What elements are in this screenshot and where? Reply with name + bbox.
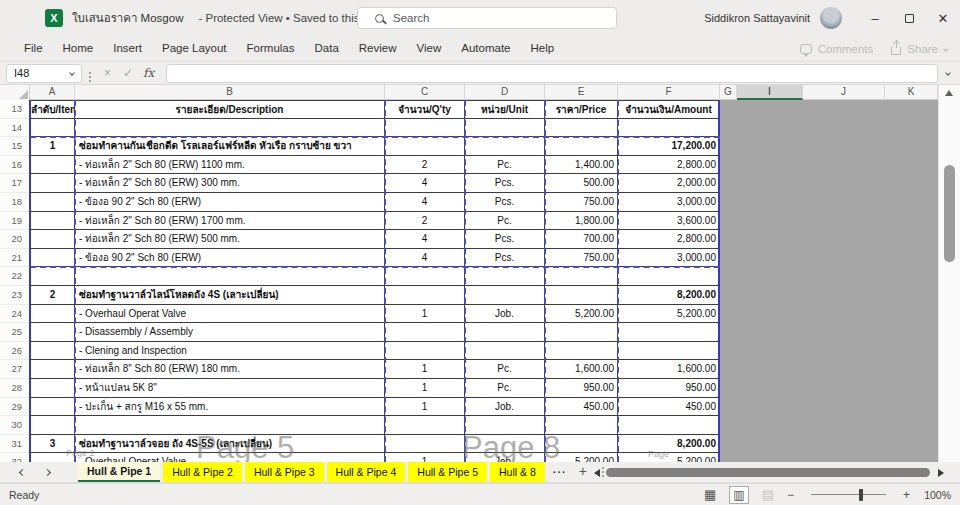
cell-E17[interactable]: 500.00	[545, 174, 618, 193]
cell-C24[interactable]: 1	[385, 305, 465, 324]
cell-E13[interactable]: ราคา/Price	[545, 100, 618, 119]
cell-F32[interactable]: 5,200.00	[618, 453, 720, 462]
cell-F16[interactable]: 2,800.00	[618, 156, 720, 175]
menu-page-layout[interactable]: Page Layout	[152, 36, 237, 61]
cell-C23[interactable]	[385, 286, 465, 305]
cell-A26[interactable]	[30, 342, 75, 361]
column-header-D[interactable]: D	[465, 85, 545, 100]
cell-E21[interactable]: 750.00	[545, 249, 618, 268]
row-header-32[interactable]: 32	[0, 453, 30, 462]
cell-F14[interactable]	[618, 119, 720, 138]
cell-C22[interactable]	[385, 267, 465, 286]
row-header-20[interactable]: 20	[0, 230, 30, 249]
cell-F19[interactable]: 3,600.00	[618, 212, 720, 231]
page-layout-icon[interactable]: ▤	[762, 488, 774, 502]
cell-E24[interactable]: 5,200.00	[545, 305, 618, 324]
zoom-slider-thumb[interactable]	[859, 489, 863, 501]
row-header-23[interactable]: 23	[0, 286, 30, 305]
cell-F30[interactable]	[618, 416, 720, 435]
zoom-in-button[interactable]: +	[903, 488, 910, 502]
cell-E25[interactable]	[545, 323, 618, 342]
row-header-16[interactable]: 16	[0, 156, 30, 175]
cell-F17[interactable]: 2,000.00	[618, 174, 720, 193]
cell-B29[interactable]: - ปะเก็น + สกรู M16 x 55 mm.	[75, 398, 385, 417]
row-header-22[interactable]: 22	[0, 267, 30, 286]
cell-F24[interactable]: 5,200.00	[618, 305, 720, 324]
prev-sheet-button[interactable]	[10, 462, 35, 482]
cell-D14[interactable]	[465, 119, 545, 138]
avatar[interactable]	[820, 7, 842, 29]
cell-A13[interactable]: ลำดับ/Item	[30, 100, 75, 119]
row-header-25[interactable]: 25	[0, 323, 30, 342]
cell-A15[interactable]: 1	[30, 137, 75, 156]
cell-C18[interactable]: 4	[385, 193, 465, 212]
column-header-C[interactable]: C	[385, 85, 465, 100]
row-header-28[interactable]: 28	[0, 379, 30, 398]
confirm-entry-icon[interactable]: ✓	[123, 66, 133, 80]
cell-F21[interactable]: 3,000.00	[618, 249, 720, 268]
sheet-tab-hull-pipe-3[interactable]: Hull & Pipe 3	[245, 462, 324, 482]
maximize-button[interactable]	[892, 0, 926, 36]
row-header-29[interactable]: 29	[0, 398, 30, 417]
formula-bar-expand-icon[interactable]	[945, 70, 951, 76]
search-box[interactable]: Search	[357, 7, 617, 29]
cell-D26[interactable]	[465, 342, 545, 361]
cell-C16[interactable]: 2	[385, 156, 465, 175]
cell-F27[interactable]: 1,600.00	[618, 360, 720, 379]
cell-E26[interactable]	[545, 342, 618, 361]
cell-A28[interactable]	[30, 379, 75, 398]
cell-E14[interactable]	[545, 119, 618, 138]
cell-F31[interactable]: 8,200.00	[618, 435, 720, 454]
cell-B23[interactable]: ซ่อมทำฐานวาล์วไลน์โหลดถัง 4S (เลาะเปลี่ย…	[75, 286, 385, 305]
cancel-entry-icon[interactable]: ×	[104, 66, 111, 80]
cell-D20[interactable]: Pcs.	[465, 230, 545, 249]
cell-E23[interactable]	[545, 286, 618, 305]
cell-B17[interactable]: - ท่อเหล็ก 2" Sch 80 (ERW) 300 mm.	[75, 174, 385, 193]
row-header-15[interactable]: 15	[0, 137, 30, 156]
cell-C30[interactable]	[385, 416, 465, 435]
cell-C15[interactable]	[385, 137, 465, 156]
menu-home[interactable]: Home	[53, 36, 104, 61]
cell-B21[interactable]: - ข้องอ 90 2" Sch 80 (ERW)	[75, 249, 385, 268]
row-header-17[interactable]: 17	[0, 174, 30, 193]
cell-E27[interactable]: 1,600.00	[545, 360, 618, 379]
sheet-overflow-indicator[interactable]: ···	[553, 462, 567, 482]
cell-A19[interactable]	[30, 212, 75, 231]
cell-A29[interactable]	[30, 398, 75, 417]
cell-A22[interactable]	[30, 267, 75, 286]
menu-insert[interactable]: Insert	[103, 36, 152, 61]
scroll-right-icon[interactable]	[938, 469, 944, 477]
cell-B28[interactable]: - หน้าแปลน 5K 8"	[75, 379, 385, 398]
cell-D25[interactable]	[465, 323, 545, 342]
normal-view-icon[interactable]: ▦	[704, 488, 716, 502]
cell-B25[interactable]: - Disassembly / Assembly	[75, 323, 385, 342]
cell-A14[interactable]	[30, 119, 75, 138]
cell-D18[interactable]: Pcs.	[465, 193, 545, 212]
cell-C19[interactable]: 2	[385, 212, 465, 231]
cell-B22[interactable]	[75, 267, 385, 286]
cell-E28[interactable]: 950.00	[545, 379, 618, 398]
cell-B18[interactable]: - ข้องอ 90 2" Sch 80 (ERW)	[75, 193, 385, 212]
cell-A25[interactable]	[30, 323, 75, 342]
cell-C21[interactable]: 4	[385, 249, 465, 268]
cell-C26[interactable]	[385, 342, 465, 361]
row-header-19[interactable]: 19	[0, 212, 30, 231]
cell-C14[interactable]	[385, 119, 465, 138]
row-header-24[interactable]: 24	[0, 305, 30, 324]
row-header-30[interactable]: 30	[0, 416, 30, 435]
cell-D22[interactable]	[465, 267, 545, 286]
scroll-left-icon[interactable]	[594, 469, 600, 477]
cell-A17[interactable]	[30, 174, 75, 193]
next-sheet-button[interactable]	[35, 462, 60, 482]
cell-B32[interactable]: - Overhaul Operat Valve	[75, 453, 385, 462]
name-box[interactable]: I48	[6, 64, 82, 83]
outside-print-area[interactable]	[720, 100, 938, 462]
menu-formulas[interactable]: Formulas	[237, 36, 305, 61]
cell-F23[interactable]: 8,200.00	[618, 286, 720, 305]
cell-E20[interactable]: 700.00	[545, 230, 618, 249]
column-header-K[interactable]: K	[885, 85, 938, 100]
row-header-18[interactable]: 18	[0, 193, 30, 212]
cell-B15[interactable]: ซ่อมทำคานกันเชือกดีด โรลเลอร์แฟร์หลีด หั…	[75, 137, 385, 156]
zoom-slider[interactable]	[811, 494, 886, 496]
cell-B16[interactable]: - ท่อเหล็ก 2" Sch 80 (ERW) 1100 mm.	[75, 156, 385, 175]
